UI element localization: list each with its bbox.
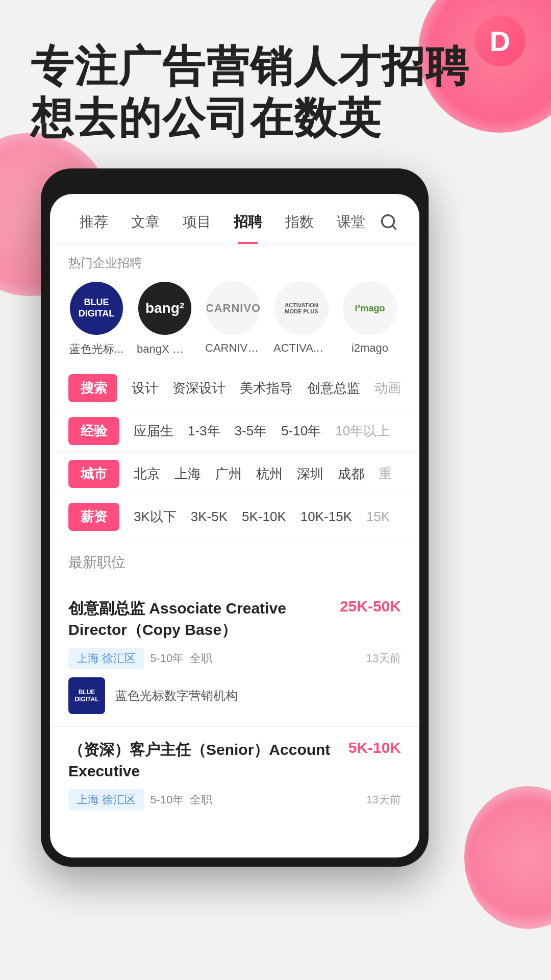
filter-option-art-director[interactable]: 美术指导 xyxy=(240,379,293,397)
filter-option-5k-10k[interactable]: 5K-10K xyxy=(242,509,286,525)
company-item-blue-digital[interactable]: BLUEDIGITAL 蓝色光标... xyxy=(68,281,124,357)
filter-row-experience: 经验 应届生 1-3年 3-5年 5-10年 10年以上 xyxy=(50,410,419,453)
job-type-1: 全职 xyxy=(190,651,212,666)
nav-item-index[interactable]: 指数 xyxy=(274,208,325,236)
svg-line-1 xyxy=(392,226,396,229)
job-tags-1: 上海 徐汇区 5-10年 全职 13天前 xyxy=(68,648,401,669)
company-name-activation: ACTIVATIO... xyxy=(273,341,330,355)
filter-option-15k[interactable]: 15K xyxy=(366,509,390,525)
company-logo-i2mago: i²mago xyxy=(343,282,396,335)
filter-option-senior-design[interactable]: 资深设计 xyxy=(172,379,226,397)
filter-option-10plus[interactable]: 10年以上 xyxy=(335,422,390,440)
filter-option-beijing[interactable]: 北京 xyxy=(134,465,160,483)
company-item-bangx[interactable]: bang² bangX 上海 xyxy=(137,281,193,357)
filter-tag-salary[interactable]: 薪资 xyxy=(68,503,119,531)
hero-line1: 专注广告营销人才招聘 xyxy=(31,42,469,90)
filter-row-search: 搜索 设计 资深设计 美术指导 创意总监 动画 xyxy=(50,367,419,410)
filter-option-creative-director[interactable]: 创意总监 xyxy=(307,379,360,397)
filter-option-fresh[interactable]: 应届生 xyxy=(134,422,173,440)
company-item-activation[interactable]: ACTIVATIONMODE PLUS ACTIVATIO... xyxy=(273,281,330,357)
search-icon[interactable] xyxy=(377,210,401,234)
filter-option-3k-below[interactable]: 3K以下 xyxy=(134,508,177,526)
job-location-1: 上海 徐汇区 xyxy=(68,648,144,669)
job-company-name-1: 蓝色光标数字营销机构 xyxy=(115,688,238,704)
app-logo[interactable]: D xyxy=(474,15,525,66)
job-title-2: （资深）客户主任（Senior）Account Executive xyxy=(68,739,348,782)
nav-item-jobs[interactable]: 招聘 xyxy=(222,208,274,236)
filter-option-chengdu[interactable]: 成都 xyxy=(338,465,364,483)
company-logo-carnivo: CARNIVO xyxy=(207,282,260,335)
filter-tag-search[interactable]: 搜索 xyxy=(68,374,117,402)
company-logo-activation: ACTIVATIONMODE PLUS xyxy=(275,282,328,335)
filter-row-city: 城市 北京 上海 广州 杭州 深圳 成都 重 xyxy=(50,453,419,496)
filter-option-animation[interactable]: 动画 xyxy=(374,379,401,397)
nav-item-courses[interactable]: 课堂 xyxy=(325,208,377,236)
job-time-2: 13天前 xyxy=(366,792,401,807)
job-card-2[interactable]: （资深）客户主任（Senior）Account Executive 5K-10K… xyxy=(50,727,419,831)
hot-companies-label: 热门企业招聘 xyxy=(50,244,419,276)
job-tags-2: 上海 徐汇区 5-10年 全职 13天前 xyxy=(68,789,401,811)
filter-option-shenzhen[interactable]: 深圳 xyxy=(297,465,323,483)
job-title-1: 创意副总监 Associate Creative Director（Copy B… xyxy=(68,598,340,641)
company-item-i2mago[interactable]: i²mago i2mago xyxy=(342,281,398,357)
filter-section: 搜索 设计 资深设计 美术指导 创意总监 动画 经验 应届生 1-3年 3-5年… xyxy=(50,367,419,543)
job-location-2: 上海 徐汇区 xyxy=(68,789,144,811)
company-name-blue-digital: 蓝色光标... xyxy=(69,341,123,357)
latest-jobs-section: 最新职位 xyxy=(50,543,419,585)
filter-option-10k-15k[interactable]: 10K-15K xyxy=(300,509,352,525)
company-name-bangx: bangX 上海 xyxy=(137,341,193,357)
filter-option-guangzhou[interactable]: 广州 xyxy=(215,465,242,483)
filter-option-3-5[interactable]: 3-5年 xyxy=(235,422,267,440)
filter-tag-city[interactable]: 城市 xyxy=(68,460,119,488)
job-experience-1: 5-10年 xyxy=(150,651,184,666)
filter-row-salary: 薪资 3K以下 3K-5K 5K-10K 10K-15K 15K xyxy=(50,496,419,538)
hero-section: 专注广告营销人才招聘 想去的公司在数英 xyxy=(31,41,469,144)
company-name-carnivo: CARNIVO... xyxy=(205,341,261,355)
job-card-1[interactable]: 创意副总监 Associate Creative Director（Copy B… xyxy=(50,585,419,727)
filter-option-1-3[interactable]: 1-3年 xyxy=(188,422,220,440)
filter-option-5-10[interactable]: 5-10年 xyxy=(281,422,321,440)
job-salary-2: 5K-10K xyxy=(348,739,401,756)
filter-option-3k-5k[interactable]: 3K-5K xyxy=(191,509,228,525)
company-logo-bangx: bang² xyxy=(138,282,191,335)
job-salary-1: 25K-50K xyxy=(340,598,401,615)
phone-notch xyxy=(50,178,419,193)
job-experience-2: 5-10年 xyxy=(150,792,184,807)
filter-option-design[interactable]: 设计 xyxy=(132,379,158,397)
job-company-logo-1: BLUEDIGITAL xyxy=(68,677,105,714)
filter-tag-experience[interactable]: 经验 xyxy=(68,417,119,445)
job-company-1: BLUEDIGITAL 蓝色光标数字营销机构 xyxy=(68,677,401,714)
hero-line2: 想去的公司在数英 xyxy=(31,94,382,142)
company-name-i2mago: i2mago xyxy=(352,341,388,355)
latest-jobs-title: 最新职位 xyxy=(68,553,401,572)
nav-item-project[interactable]: 项目 xyxy=(171,208,222,236)
app-nav: 推荐 文章 项目 招聘 指数 课堂 xyxy=(50,194,419,244)
job-time-1: 13天前 xyxy=(366,651,401,666)
bg-decoration-bottom-right xyxy=(464,786,551,929)
phone-mockup: 推荐 文章 项目 招聘 指数 课堂 热门企业招聘 xyxy=(41,168,429,867)
nav-item-article[interactable]: 文章 xyxy=(120,208,171,236)
company-item-carnivo[interactable]: CARNIVO CARNIVO... xyxy=(205,281,261,357)
companies-row: BLUEDIGITAL 蓝色光标... bang² bangX 上海 CARNI… xyxy=(50,276,419,367)
filter-option-hangzhou[interactable]: 杭州 xyxy=(256,465,283,483)
filter-option-shanghai[interactable]: 上海 xyxy=(174,465,201,483)
nav-item-recommend[interactable]: 推荐 xyxy=(68,208,120,236)
filter-option-more-city[interactable]: 重 xyxy=(379,465,392,483)
job-type-2: 全职 xyxy=(190,792,212,807)
phone-screen: 推荐 文章 项目 招聘 指数 课堂 热门企业招聘 xyxy=(50,194,419,857)
company-logo-blue-digital: BLUEDIGITAL xyxy=(70,282,123,335)
